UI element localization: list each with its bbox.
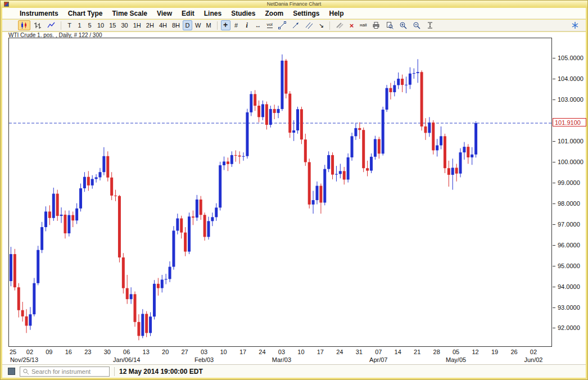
candle-body [238,156,241,157]
candle-body [288,94,291,133]
candle-body [451,168,454,175]
candle-body [315,186,318,200]
candle-body [389,88,392,92]
toolbar: T151015301H2H4H8HDWM + # i ↔ vol [2,20,586,31]
menu-item-chart-type[interactable]: Chart Type [68,10,103,17]
search-input[interactable] [31,368,107,375]
candle-body [362,130,365,168]
x-axis-day-label: 07 [375,349,382,355]
ohlc-bars-button[interactable] [31,20,44,30]
time-axis-days[interactable]: 2502091623300613202703101724031017243107… [8,349,552,356]
candle-body [463,147,465,152]
menu-item-help[interactable]: Help [329,10,343,17]
timeframe-button-8h[interactable]: 8H [170,20,182,30]
menu-item-view[interactable]: View [157,10,172,17]
menu-item-zoom[interactable]: Zoom [265,10,283,17]
grid-button[interactable]: # [232,20,241,30]
candle-body [335,174,338,175]
x-axis-month-label: Jun/02 [524,356,542,363]
price-tick-mark [553,328,555,328]
candle-body [110,178,113,196]
timeframe-button-m[interactable]: M [203,20,213,30]
candle-body [106,156,109,178]
timeframe-button-15[interactable]: 15 [107,20,118,30]
menu-item-time-scale[interactable]: Time Scale [112,10,147,17]
candlestick-chart-button[interactable] [18,20,30,30]
candle-body [130,294,133,299]
grid-icon: # [234,22,238,29]
candle-body [102,156,105,172]
x-axis-day-label: 19 [491,349,498,355]
candle-body [319,186,322,203]
zoom-out-button[interactable] [410,20,423,30]
candle-body [44,211,47,227]
x-axis-month-label: Nov/25/13 [10,356,38,363]
chart-plot-area[interactable] [9,38,551,346]
timeframe-button-30[interactable]: 30 [119,20,130,30]
timeframe-button-1h[interactable]: 1H [131,20,143,30]
timeframe-button-5[interactable]: 5 [85,20,94,30]
candle-body [176,219,179,231]
eraser-button[interactable] [333,20,346,30]
candle-body [265,104,268,125]
title-bar[interactable]: NetDania Finance Chart [1,1,587,8]
ohlc-bars-icon [34,21,42,29]
candle-body [424,126,427,133]
timeframe-button-1[interactable]: 1 [75,20,84,30]
trendline-button[interactable] [276,20,288,30]
value-scale-button[interactable] [424,20,436,30]
price-axis-label: 105.0000 [558,55,584,61]
price-axis[interactable]: 105.0000104.0000103.0000101.0000100.0000… [554,38,587,347]
candle-body [331,155,334,175]
float-window-button[interactable] [569,20,581,30]
crosshair-button[interactable]: + [221,20,230,30]
candle-body [230,155,233,164]
candle-body [467,147,469,157]
line-chart-button[interactable] [45,20,57,30]
volume-button[interactable]: vol [265,20,275,30]
timeframe-button-10[interactable]: 10 [95,20,106,30]
toolbar-separator [61,21,61,30]
search-box[interactable] [20,367,110,377]
candle-body [153,284,156,316]
menu-item-studies[interactable]: Studies [231,10,255,17]
zoom-in-icon [399,21,407,29]
print-button[interactable] [370,20,382,30]
delete-all-button[interactable]: × [347,20,356,30]
timeframe-button-t[interactable]: T [65,20,74,30]
toolbar-separator [329,21,330,30]
candle-body [200,200,202,215]
candle-body [134,294,137,322]
timeframe-button-d[interactable]: D [183,20,192,30]
info-button[interactable]: i [242,20,252,30]
candle-body [401,79,404,85]
timeframe-button-2h[interactable]: 2H [144,20,156,30]
chart-panel: WTI Crude 1. pos. , Daily, # 122 / 300 1… [2,32,586,364]
menu-item-instruments[interactable]: Instruments [20,10,58,17]
candle-body [269,109,272,125]
timeframe-button-4h[interactable]: 4H [157,20,169,30]
x-axis-month-label: Feb/03 [195,356,214,363]
parallel-channel-button[interactable] [303,20,315,30]
price-tick-mark [553,162,555,162]
price-axis-label: 96.0000 [558,242,580,248]
hide-all-button[interactable]: ʜall [358,20,369,30]
menu-item-settings[interactable]: Settings [293,10,319,17]
draw-arrow-button[interactable]: ↘ [316,20,326,30]
menu-item-lines[interactable]: Lines [204,10,221,17]
menu-item-edit[interactable]: Edit [182,10,195,17]
print-preview-button[interactable] [383,20,396,30]
ray-button[interactable] [290,20,302,30]
candle-body [351,136,354,157]
zoom-in-button[interactable] [397,20,409,30]
candle-body [161,279,164,288]
candle-body [284,61,287,94]
candle-body [281,61,283,109]
x-axis-month-label: Jan/06/14 [113,356,140,363]
x-axis-day-label: 17 [239,349,246,355]
horizontal-scale-button[interactable]: ↔ [253,20,264,30]
timeframe-button-w[interactable]: W [193,20,203,30]
candle-body [312,200,315,205]
candle-body [227,161,229,164]
candle-body [21,310,24,316]
